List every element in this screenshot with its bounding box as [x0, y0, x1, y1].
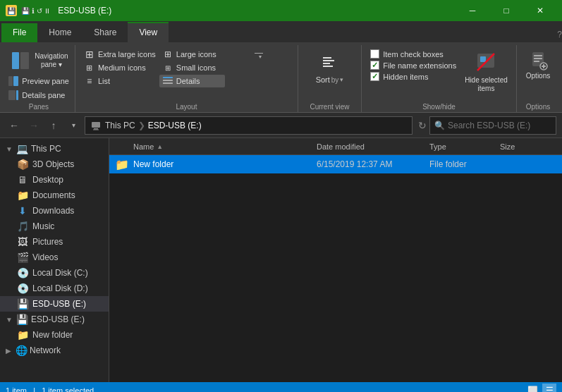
sidebar-item-desktop[interactable]: 🖥 Desktop: [0, 172, 109, 188]
sidebar-item-documents[interactable]: 📁 Documents: [0, 188, 109, 203]
hide-selected-icon-wrap: [472, 48, 500, 76]
sidebar-item-local-c[interactable]: 💿 Local Disk (C:): [0, 265, 109, 281]
back-button[interactable]: ←: [6, 117, 23, 134]
file-name-extensions-row[interactable]: ✓ File name extensions: [370, 61, 456, 70]
hidden-items-row[interactable]: ✓ Hidden items: [370, 72, 456, 81]
svg-rect-3: [13, 76, 18, 86]
forward-button[interactable]: →: [25, 117, 42, 134]
extra-large-icon: ⊞: [84, 49, 95, 60]
new-folder-icon: 📁: [115, 157, 129, 171]
sort-button[interactable]: Sort by ▾: [316, 75, 344, 84]
large-icons-label: Large icons: [176, 50, 216, 59]
item-check-boxes-checkbox[interactable]: [370, 49, 379, 59]
sidebar-item-esd-main[interactable]: 💾 ESD-USB (E:): [0, 296, 109, 312]
address-input[interactable]: This PC ❯ ESD-USB (E:): [85, 116, 413, 135]
sidebar-item-new-folder-tree[interactable]: 📁 New folder: [0, 327, 109, 343]
table-row[interactable]: 📁 New folder 6/15/2019 12:37 AM File fol…: [109, 155, 562, 173]
hide-selected-label[interactable]: Hide selecteditems: [465, 76, 508, 93]
hidden-items-checkbox[interactable]: ✓: [370, 72, 379, 81]
ribbon: Navigation pane ▾ Preview pane: [0, 42, 562, 113]
up-button[interactable]: ↑: [45, 117, 62, 134]
sidebar-item-local-d[interactable]: 💿 Local Disk (D:): [0, 281, 109, 296]
sidebar-documents-label: Documents: [32, 190, 75, 200]
file-name-extensions-label: File name extensions: [383, 61, 456, 70]
tab-share[interactable]: Share: [83, 23, 128, 42]
item-check-boxes-row[interactable]: Item check boxes: [370, 49, 456, 59]
item-count: 1 item: [6, 386, 27, 392]
column-name[interactable]: Name ▲: [133, 142, 317, 151]
sort-label: Sort: [316, 75, 330, 84]
title-bar-left: 💾 💾 ℹ ↺ ⏸ ESD-USB (E:): [6, 5, 111, 16]
small-icons-button[interactable]: ⊞ Small icons: [159, 61, 226, 74]
tab-view[interactable]: View: [128, 22, 169, 42]
sidebar-this-pc-group[interactable]: ▼ 💻 This PC: [0, 141, 109, 157]
file-area: Name ▲ Date modified Type Size 📁 New fol…: [109, 138, 562, 382]
column-date[interactable]: Date modified: [317, 142, 429, 151]
sidebar-item-downloads[interactable]: ⬇ Downloads: [0, 203, 109, 219]
sidebar-item-3d-objects[interactable]: 📦 3D Objects: [0, 157, 109, 172]
preview-pane-label: Preview pane: [22, 77, 69, 85]
column-size[interactable]: Size: [500, 142, 556, 151]
svg-rect-16: [480, 56, 486, 62]
details-pane-button[interactable]: Details pane: [5, 89, 72, 102]
app-icon: 💾: [6, 5, 17, 16]
options-button[interactable]: Options: [522, 48, 554, 82]
sort-icon: [320, 54, 340, 74]
panes-content: Navigation pane ▾ Preview pane: [5, 48, 72, 102]
extra-large-icons-button[interactable]: ⊞ Extra large icons: [81, 48, 159, 61]
esd-tree-chevron: ▼: [6, 316, 13, 324]
svg-rect-10: [163, 82, 173, 84]
grid-view-button[interactable]: ⬜: [525, 384, 539, 392]
list-view-button[interactable]: ☰: [542, 384, 556, 392]
sidebar-network-group[interactable]: ▶ 🌐 Network: [0, 343, 109, 358]
addr-esd-usb: ESD-USB (E:): [148, 121, 202, 130]
hidden-items-label: Hidden items: [383, 73, 428, 81]
pictures-icon: 🖼: [17, 236, 28, 247]
layout-more-icon: [254, 49, 264, 59]
search-icon: 🔍: [434, 121, 445, 130]
search-input[interactable]: [448, 121, 551, 130]
details-pane-icon: [8, 90, 19, 101]
selected-count: 1 item selected: [42, 386, 94, 392]
3d-objects-icon: 📦: [17, 159, 28, 170]
nav-pane-label: Navigation: [35, 52, 68, 61]
details-label: Details: [176, 77, 200, 85]
large-icons-button[interactable]: ⊞ Large icons: [159, 48, 226, 61]
sidebar-esd-main-label: ESD-USB (E:): [32, 299, 86, 309]
list-view-button[interactable]: ≡ List: [81, 75, 159, 87]
file-list-header[interactable]: Name ▲ Date modified Type Size: [109, 138, 562, 155]
sidebar-3d-objects-label: 3D Objects: [32, 159, 74, 169]
search-box[interactable]: 🔍: [429, 116, 556, 135]
preview-pane-button[interactable]: Preview pane: [5, 75, 72, 87]
navigation-pane-button[interactable]: Navigation pane ▾: [5, 48, 72, 73]
options-icon: [527, 49, 549, 72]
svg-rect-0: [12, 52, 19, 69]
sidebar-local-c-label: Local Disk (C:): [32, 268, 88, 278]
details-view-icon: [162, 75, 173, 87]
sidebar-network-label: Network: [30, 345, 61, 355]
details-view-button[interactable]: Details: [159, 75, 226, 87]
refresh-button[interactable]: ↻: [418, 120, 427, 131]
sidebar-esd-tree-group[interactable]: ▼ 💾 ESD-USB (E:): [0, 312, 109, 327]
sidebar-item-music[interactable]: 🎵 Music: [0, 219, 109, 234]
tab-file[interactable]: File: [1, 23, 37, 42]
minimize-button[interactable]: ─: [456, 0, 489, 21]
status-text: 1 item | 1 item selected: [6, 386, 94, 392]
recent-locations-button[interactable]: ▾: [65, 117, 82, 134]
tab-home[interactable]: Home: [37, 23, 83, 42]
column-type[interactable]: Type: [429, 142, 500, 151]
options-label: Options: [526, 72, 550, 80]
downloads-icon: ⬇: [17, 205, 28, 216]
sidebar-item-pictures[interactable]: 🖼 Pictures: [0, 234, 109, 250]
help-icon[interactable]: ?: [557, 30, 562, 39]
file-ext-check-mark: ✓: [372, 61, 378, 70]
current-view-content: Sort by ▾: [316, 48, 344, 102]
file-name-extensions-checkbox[interactable]: ✓: [370, 61, 379, 70]
sidebar-item-videos[interactable]: 🎬 Videos: [0, 250, 109, 265]
status-bar: 1 item | 1 item selected ⬜ ☰: [0, 382, 562, 392]
maximize-button[interactable]: □: [490, 0, 523, 21]
details-pane-label: Details pane: [22, 91, 65, 99]
medium-icons-button[interactable]: ⊞ Medium icons: [81, 61, 159, 74]
sidebar: ▼ 💻 This PC 📦 3D Objects 🖥 Desktop 📁 Doc…: [0, 138, 109, 382]
close-button[interactable]: ✕: [524, 0, 556, 21]
